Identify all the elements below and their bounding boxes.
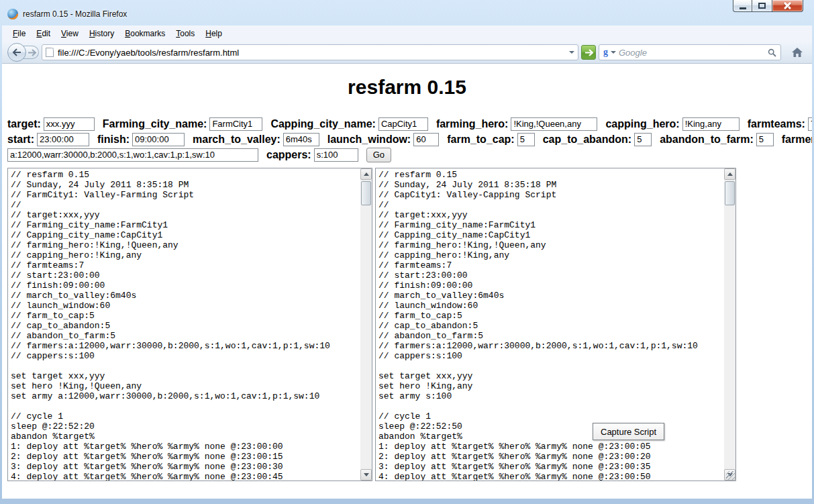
menu-help[interactable]: Help bbox=[200, 26, 227, 41]
field-target: target: bbox=[7, 117, 95, 131]
field-finish: finish: bbox=[97, 133, 185, 146]
farm-to-cap-label: farm_to_cap: bbox=[447, 134, 514, 146]
back-button[interactable] bbox=[7, 43, 26, 62]
url-dropdown-icon[interactable] bbox=[569, 51, 574, 54]
firefox-icon bbox=[7, 9, 18, 19]
farming-city-name-label: Farming_city_name: bbox=[103, 118, 207, 130]
menu-tools[interactable]: Tools bbox=[170, 26, 200, 41]
cappers-label: cappers: bbox=[266, 149, 311, 161]
capping-script-text[interactable]: // resfarm 0.15 // Sunday, 24 July 2011 … bbox=[376, 168, 724, 481]
home-button[interactable] bbox=[788, 44, 807, 61]
field-farming-city-name: Farming_city_name: bbox=[103, 117, 263, 131]
farming-script-scrollbar[interactable] bbox=[360, 168, 372, 481]
field-cappers: cappers: bbox=[266, 148, 358, 162]
field-farm-to-cap: farm_to_cap: bbox=[447, 133, 534, 146]
farming-city-name-input[interactable] bbox=[209, 117, 262, 131]
firefox-window: resfarm 0.15 - Mozilla Firefox File Edit… bbox=[0, 0, 814, 504]
page-content: resfarm 0.15 target: Farming_city_name: … bbox=[2, 64, 812, 499]
scroll-down-icon bbox=[364, 473, 369, 476]
field-farmteams: farmteams: bbox=[748, 117, 812, 131]
field-march-to-valley: march_to_valley: bbox=[193, 133, 319, 146]
cap-to-abandon-label: cap_to_abandon: bbox=[543, 134, 631, 146]
close-icon bbox=[783, 1, 792, 10]
go-arrow-icon bbox=[584, 49, 593, 56]
capture-script-button[interactable]: Capture Script bbox=[593, 423, 664, 440]
go-arrow-button[interactable] bbox=[581, 45, 596, 60]
form-row-1: target: Farming_city_name: Capping_city_… bbox=[7, 116, 812, 132]
magnifier-icon[interactable] bbox=[768, 48, 776, 57]
settings-form: target: Farming_city_name: Capping_city_… bbox=[7, 116, 812, 162]
abandon-to-farm-input[interactable] bbox=[756, 133, 774, 146]
field-cap-to-abandon: cap_to_abandon: bbox=[543, 133, 652, 146]
menu-bar: File Edit View History Bookmarks Tools H… bbox=[2, 26, 812, 42]
field-abandon-to-farm: abandon_to_farm: bbox=[660, 133, 774, 146]
menu-bookmarks[interactable]: Bookmarks bbox=[119, 26, 170, 41]
launch-window-input[interactable] bbox=[413, 133, 439, 146]
menu-history[interactable]: History bbox=[84, 26, 119, 41]
field-start: start: bbox=[7, 133, 89, 146]
field-farmers-label: farmers: bbox=[782, 134, 812, 146]
scrollbar-thumb[interactable] bbox=[725, 181, 735, 205]
go-button[interactable]: Go bbox=[366, 148, 391, 162]
maximize-icon bbox=[758, 3, 766, 9]
page-title: resfarm 0.15 bbox=[2, 64, 812, 99]
start-label: start: bbox=[7, 134, 34, 146]
url-bar[interactable]: file:///C:/Evony/yaeb/tools/resfarm/resf… bbox=[42, 44, 578, 60]
google-icon: g bbox=[603, 48, 608, 57]
form-row-2: start: finish: march_to_valley: launch_w… bbox=[7, 132, 812, 147]
menu-view[interactable]: View bbox=[56, 26, 84, 41]
maximize-button[interactable] bbox=[752, 0, 772, 12]
capping-script-scrollbar[interactable] bbox=[724, 168, 735, 481]
scroll-up-button[interactable] bbox=[724, 168, 735, 180]
march-to-valley-label: march_to_valley: bbox=[193, 134, 281, 146]
start-input[interactable] bbox=[37, 133, 89, 146]
resize-grip-icon[interactable] bbox=[726, 471, 735, 480]
farmteams-label: farmteams: bbox=[748, 118, 805, 130]
field-capping-city-name: Capping_city_name: bbox=[270, 117, 427, 131]
window-controls bbox=[733, 0, 803, 12]
farm-to-cap-input[interactable] bbox=[517, 133, 535, 146]
scroll-up-icon bbox=[727, 172, 733, 176]
farmteams-input[interactable] bbox=[808, 117, 812, 131]
home-icon bbox=[791, 47, 803, 58]
scrollbar-track[interactable] bbox=[360, 180, 372, 469]
scrollbar-thumb[interactable] bbox=[361, 181, 371, 205]
farming-script-text[interactable]: // resfarm 0.15 // Sunday, 24 July 2011 … bbox=[8, 168, 360, 481]
farmers-input[interactable] bbox=[7, 148, 258, 162]
farming-script-textarea[interactable]: // resfarm 0.15 // Sunday, 24 July 2011 … bbox=[7, 168, 372, 481]
capping-script-textarea[interactable]: // resfarm 0.15 // Sunday, 24 July 2011 … bbox=[375, 168, 736, 481]
capping-hero-label: capping_hero: bbox=[605, 118, 679, 130]
back-icon bbox=[12, 48, 21, 56]
scroll-up-button[interactable] bbox=[360, 168, 372, 180]
cap-to-abandon-input[interactable] bbox=[634, 133, 652, 146]
capping-hero-input[interactable] bbox=[682, 117, 740, 131]
scrollbar-track[interactable] bbox=[724, 180, 735, 469]
minimize-icon bbox=[740, 7, 746, 9]
farming-hero-label: farming_hero: bbox=[436, 118, 509, 130]
march-to-valley-input[interactable] bbox=[283, 133, 319, 146]
menu-file[interactable]: File bbox=[7, 26, 31, 41]
capping-city-name-input[interactable] bbox=[378, 117, 428, 131]
finish-label: finish: bbox=[97, 134, 130, 146]
cappers-input[interactable] bbox=[314, 148, 358, 162]
page-icon bbox=[46, 48, 54, 57]
farming-hero-input[interactable] bbox=[511, 117, 597, 131]
form-row-3: cappers: Go bbox=[7, 147, 812, 162]
finish-input[interactable] bbox=[132, 133, 185, 146]
menu-edit[interactable]: Edit bbox=[31, 26, 56, 41]
capping-city-name-label: Capping_city_name: bbox=[270, 118, 375, 130]
url-text[interactable]: file:///C:/Evony/yaeb/tools/resfarm/resf… bbox=[58, 48, 565, 58]
field-farming-hero: farming_hero: bbox=[436, 117, 598, 131]
search-input[interactable] bbox=[619, 48, 765, 58]
script-panels: // resfarm 0.15 // Sunday, 24 July 2011 … bbox=[7, 168, 812, 481]
close-button[interactable] bbox=[772, 0, 803, 12]
search-engine-dropdown-icon[interactable] bbox=[611, 51, 616, 54]
search-box[interactable]: g bbox=[599, 44, 781, 60]
abandon-to-farm-label: abandon_to_farm: bbox=[660, 134, 754, 146]
titlebar[interactable]: resfarm 0.15 - Mozilla Firefox bbox=[2, 0, 812, 26]
titlebar-left: resfarm 0.15 - Mozilla Firefox bbox=[2, 0, 812, 19]
scroll-down-button[interactable] bbox=[360, 469, 372, 481]
target-input[interactable] bbox=[44, 117, 95, 131]
minimize-button[interactable] bbox=[733, 0, 752, 12]
field-launch-window: launch_window: bbox=[327, 133, 439, 146]
